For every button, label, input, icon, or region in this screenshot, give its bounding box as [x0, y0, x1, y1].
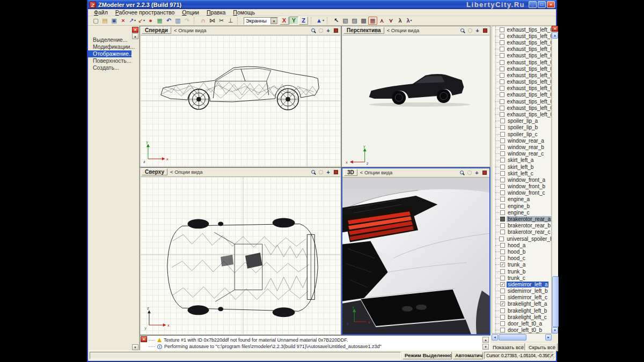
- part-row[interactable]: exhaust_tips_left_05_: [492, 105, 551, 111]
- sidebar-item[interactable]: Поверхность...: [88, 57, 131, 64]
- axis-x-button[interactable]: X: [280, 17, 289, 25]
- scroll-down-icon[interactable]: ▼: [552, 327, 558, 334]
- part-visibility-checkbox[interactable]: [500, 190, 505, 195]
- part-visibility-checkbox[interactable]: [500, 138, 505, 143]
- magnet-icon[interactable]: ∩: [199, 17, 208, 25]
- gizmo-cone-icon[interactable]: ▲: [316, 17, 325, 25]
- part-row[interactable]: universal_spoiler_base: [492, 235, 551, 242]
- pan-fit-icon[interactable]: +: [325, 27, 332, 34]
- part-row[interactable]: brakerotor_rear_c: [492, 229, 551, 235]
- character-icon[interactable]: λ: [396, 17, 405, 25]
- part-visibility-checkbox[interactable]: [500, 171, 505, 176]
- select-vertices-icon[interactable]: ▧: [341, 17, 350, 25]
- viewport-3d-title-button[interactable]: 3D: [344, 169, 357, 176]
- part-row[interactable]: exhaust_tips_left_05_: [492, 98, 551, 105]
- parts-horizontal-scrollbar[interactable]: ◄ ►: [492, 334, 552, 341]
- material-editor-icon[interactable]: ●: [146, 17, 155, 25]
- resize-grip[interactable]: [549, 353, 555, 359]
- part-row[interactable]: exhaust_tips_left_04_: [492, 85, 551, 92]
- animation-icon[interactable]: λ: [405, 17, 414, 25]
- part-visibility-checkbox[interactable]: [500, 256, 505, 261]
- zoom-icon[interactable]: [458, 169, 465, 176]
- zoom-icon[interactable]: [310, 27, 317, 34]
- part-visibility-checkbox[interactable]: [500, 321, 505, 326]
- part-visibility-checkbox[interactable]: [500, 295, 505, 300]
- part-visibility-checkbox[interactable]: [500, 315, 505, 320]
- part-row[interactable]: ✓ trunk_a: [492, 262, 551, 268]
- save-icon[interactable]: ▣: [109, 17, 119, 25]
- part-row[interactable]: spoiler_lip_a: [492, 118, 551, 124]
- view-options-label[interactable]: < Опции вида: [170, 169, 203, 175]
- part-visibility-checkbox[interactable]: [500, 34, 504, 39]
- sidebar-item[interactable]: Модификации...: [88, 43, 131, 50]
- pan-fit-icon[interactable]: +: [325, 169, 332, 175]
- menu-item[interactable]: Файл: [90, 9, 112, 16]
- part-row[interactable]: sidemirror_left_c: [492, 294, 551, 301]
- menu-item[interactable]: Помощь: [229, 9, 259, 16]
- part-row[interactable]: skirt_left_c: [492, 170, 551, 176]
- zoom-icon[interactable]: [459, 27, 466, 34]
- axis-y-button[interactable]: Y: [289, 17, 298, 25]
- part-visibility-checkbox[interactable]: [500, 132, 505, 137]
- viewport-perspective-title-button[interactable]: Перспектива: [343, 27, 384, 34]
- part-row[interactable]: window_rear_c: [492, 151, 551, 157]
- part-row[interactable]: door_left_t0_b: [492, 327, 551, 334]
- view-options-label[interactable]: < Опции вида: [360, 169, 393, 175]
- redo-icon[interactable]: ↷: [182, 17, 192, 25]
- part-visibility-checkbox[interactable]: [500, 204, 505, 209]
- rotate-view-icon[interactable]: [466, 169, 473, 176]
- viewport-perspective-canvas[interactable]: y x z: [342, 35, 489, 166]
- part-row[interactable]: ✓ sidemirror_left_a: [492, 281, 551, 287]
- maximize-viewport-icon[interactable]: [481, 169, 488, 176]
- part-row[interactable]: door_left_t0_a: [492, 320, 551, 327]
- part-visibility-checkbox[interactable]: [500, 119, 505, 123]
- part-visibility-checkbox[interactable]: [500, 328, 505, 333]
- maximize-button[interactable]: □: [538, 1, 546, 8]
- part-row[interactable]: exhaust_tips_left_03_: [492, 72, 551, 78]
- scroll-left-icon[interactable]: ◄: [492, 334, 498, 341]
- part-visibility-checkbox[interactable]: [500, 243, 505, 248]
- part-visibility-checkbox[interactable]: [500, 269, 505, 274]
- part-row[interactable]: spoiler_lip_b: [492, 124, 551, 131]
- select-polygons-icon[interactable]: ▩: [359, 17, 368, 25]
- close-log-button[interactable]: ×: [141, 336, 147, 342]
- chevron-down-icon[interactable]: ▾: [270, 18, 277, 24]
- part-row[interactable]: engine_c: [492, 209, 551, 216]
- part-row[interactable]: exhaust_tips_left_02_: [492, 39, 551, 46]
- weld-vertices-icon[interactable]: ⋈: [208, 17, 217, 25]
- close-panel-button[interactable]: ×: [132, 27, 138, 33]
- part-visibility-checkbox[interactable]: [500, 197, 505, 202]
- select-objects-icon[interactable]: ▦: [368, 17, 377, 25]
- import-icon[interactable]: ↙: [137, 17, 146, 25]
- part-visibility-checkbox[interactable]: [500, 27, 504, 32]
- pivot-tool-icon[interactable]: ⊥: [226, 17, 235, 25]
- viewport-3d-canvas[interactable]: y x z: [342, 177, 489, 334]
- part-visibility-checkbox[interactable]: [500, 112, 504, 117]
- part-row[interactable]: exhaust_tips_left_04_: [492, 79, 551, 85]
- close-button[interactable]: ×: [547, 1, 555, 8]
- menu-item[interactable]: Опции: [178, 9, 203, 16]
- part-row[interactable]: brakerotor_rear_a: [492, 216, 551, 222]
- part-row[interactable]: hood_b: [492, 248, 551, 255]
- part-row[interactable]: exhaust_tips_left_03_: [492, 65, 551, 72]
- properties-dialog-icon[interactable]: ▥: [173, 17, 182, 25]
- part-row[interactable]: exhaust_tips_left_01_: [492, 26, 551, 33]
- part-visibility-checkbox[interactable]: [500, 178, 505, 182]
- part-visibility-checkbox[interactable]: [500, 67, 504, 71]
- viewport-top-title-button[interactable]: Сверху: [142, 168, 167, 175]
- log-scroll-down-icon[interactable]: ▼: [482, 344, 489, 350]
- rotate-view-icon[interactable]: [317, 169, 324, 175]
- part-row[interactable]: exhaust_tips_left_01_: [492, 33, 551, 39]
- select-pointer-icon[interactable]: ↖: [332, 17, 341, 25]
- delete-icon[interactable]: ×: [119, 17, 128, 25]
- part-row[interactable]: exhaust_tips_left_02_: [492, 46, 551, 53]
- part-row[interactable]: brakelight_left_b: [492, 307, 551, 314]
- rotate-view-icon[interactable]: [317, 27, 324, 34]
- part-visibility-checkbox[interactable]: [500, 184, 505, 189]
- selection-mode-indicator[interactable]: Режим Выделенного: [402, 352, 452, 359]
- view-options-label[interactable]: < Опции вида: [174, 27, 207, 33]
- open-folder-icon[interactable]: ▤: [100, 17, 109, 25]
- scroll-down-icon[interactable]: ▼: [132, 344, 138, 350]
- pan-fit-icon[interactable]: +: [473, 169, 480, 176]
- part-row[interactable]: brakelight_left_c: [492, 314, 551, 320]
